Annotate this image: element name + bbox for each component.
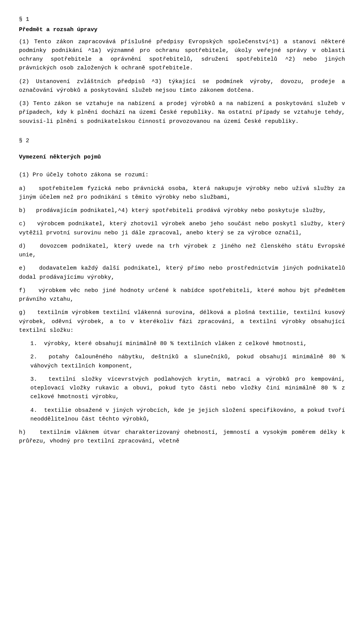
numbered-text-1: výrobky, které obsahují minimálně 80 % t… bbox=[44, 341, 307, 347]
section1-paragraph3-text: (3) Tento zákon se vztahuje na nabízení … bbox=[19, 100, 345, 125]
list-item-h: h) textilním vláknem útvar charakterizov… bbox=[19, 428, 345, 446]
numbered-label-4: 4. bbox=[30, 407, 44, 414]
list-text-f: výrobkem věc nebo jiné hodnoty určené k … bbox=[19, 287, 345, 303]
list-letter-g: g) bbox=[19, 309, 37, 316]
list-text-e: dodavatelem každý další podnikatel, kter… bbox=[19, 265, 345, 280]
list-text-h: textilním vláknem útvar charakterizovaný… bbox=[19, 429, 345, 444]
list-letter-a: a) bbox=[19, 185, 39, 192]
list-item-e: e) dodavatelem každý další podnikatel, k… bbox=[19, 264, 345, 282]
list-letter-d: d) bbox=[19, 243, 40, 250]
section1-paragraph2-text: (2) Ustanovení zvláštních předpisů ^3) t… bbox=[19, 78, 345, 94]
list-item-d: d) dovozcem podnikatel, který uvede na t… bbox=[19, 242, 345, 260]
section2-intro: (1) Pro účely tohoto zákona se rozumí: bbox=[19, 171, 345, 179]
numbered-label-2: 2. bbox=[30, 354, 49, 360]
list-letter-c: c) bbox=[19, 221, 37, 227]
list-text-a: spotřebitelem fyzická nebo právnická oso… bbox=[19, 185, 345, 201]
list-item-c: c) výrobcem podnikatel, který zhotovil v… bbox=[19, 220, 345, 237]
list-item-g: g) textilním výrobkem textilní vlákenná … bbox=[19, 308, 345, 335]
numbered-label-1: 1. bbox=[30, 341, 44, 347]
numbered-item-4: 4. textilie obsažené v jiných výrobcích,… bbox=[19, 406, 345, 424]
list-text-g: textilním výrobkem textilní vlákenná sur… bbox=[19, 309, 345, 334]
list-letter-b: b) bbox=[19, 207, 36, 214]
section2-symbol: § 2 bbox=[19, 137, 345, 145]
list-text-d: dovozcem podnikatel, který uvede na trh … bbox=[19, 243, 345, 258]
numbered-text-3: textilní složky vícevrstvých podlahových… bbox=[30, 376, 345, 400]
list-letter-h: h) bbox=[19, 429, 39, 436]
numbered-text-2: potahy čalouněného nábytku, deštníků a s… bbox=[30, 354, 345, 369]
list-letter-e: e) bbox=[19, 265, 39, 272]
document-content: § 1 Předmět a rozsah úpravy (1) Tento zá… bbox=[19, 15, 345, 446]
numbered-item-2: 2. potahy čalouněného nábytku, deštníků … bbox=[19, 353, 345, 370]
list-item-b: b) prodávajícím podnikatel,^4) který spo… bbox=[19, 206, 345, 215]
section2-title: Vymezení některých pojmů bbox=[19, 153, 345, 162]
numbered-label-3: 3. bbox=[30, 376, 49, 383]
section1-title: Předmět a rozsah úpravy bbox=[19, 25, 345, 34]
numbered-item-3: 3. textilní složky vícevrstvých podlahov… bbox=[19, 375, 345, 402]
numbered-text-4: textilie obsažené v jiných výrobcích, kd… bbox=[30, 407, 345, 422]
section1-paragraph1: (1) Tento zákon zapracovává příslušné př… bbox=[19, 38, 345, 73]
list-letter-f: f) bbox=[19, 287, 38, 294]
numbered-item-1: 1. výrobky, které obsahují minimálně 80 … bbox=[19, 339, 345, 348]
list-text-b: prodávajícím podnikatel,^4) který spotře… bbox=[36, 207, 326, 214]
section1-paragraph1-text: (1) Tento zákon zapracovává příslušné př… bbox=[19, 39, 345, 72]
list-item-f: f) výrobkem věc nebo jiné hodnoty určené… bbox=[19, 286, 345, 304]
section1-symbol: § 1 bbox=[19, 15, 345, 24]
list-item-a: a) spotřebitelem fyzická nebo právnická … bbox=[19, 184, 345, 202]
list-text-c: výrobcem podnikatel, který zhotovil výro… bbox=[19, 221, 345, 236]
section1-paragraph3: (3) Tento zákon se vztahuje na nabízení … bbox=[19, 99, 345, 126]
section1-paragraph2: (2) Ustanovení zvláštních předpisů ^3) t… bbox=[19, 77, 345, 95]
